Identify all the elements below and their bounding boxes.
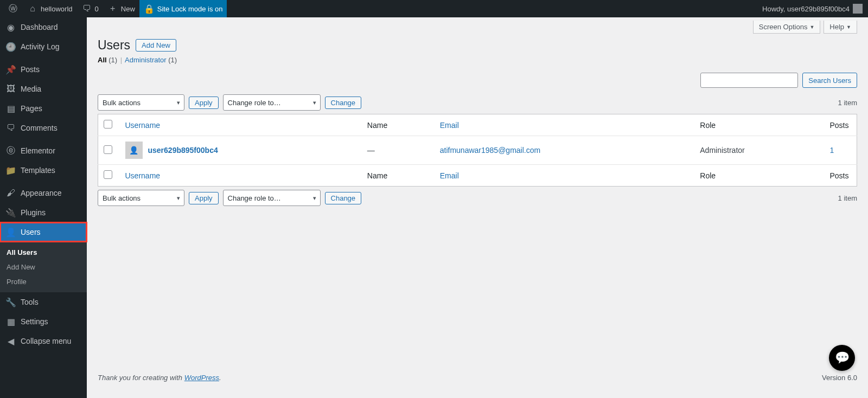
sidebar-label: Users [21, 228, 41, 236]
elementor-icon: ⓔ [5, 145, 16, 156]
change-button-top[interactable]: Change [325, 97, 362, 109]
wp-logo[interactable]: ⓦ [3, 0, 23, 17]
site-name[interactable]: ⌂helloworld [23, 0, 77, 17]
filter-administrator[interactable]: Administrator [125, 56, 167, 64]
site-lock-notice[interactable]: 🔒Site Lock mode is on [139, 0, 227, 17]
sidebar-label: Collapse menu [21, 337, 71, 345]
templates-icon: 📁 [5, 165, 16, 176]
chevron-down-icon: ▼ [809, 24, 814, 30]
media-icon: 🖼 [5, 84, 16, 94]
sidebar-label: Elementor [21, 146, 55, 155]
sidebar-item-appearance[interactable]: 🖌Appearance [0, 183, 87, 203]
item-count-bottom: 1 item [838, 194, 857, 202]
new-label: New [121, 5, 135, 13]
cell-name: — [362, 136, 435, 165]
sidebar-label: Pages [21, 104, 42, 113]
th-posts: Posts [825, 114, 857, 136]
help-tab[interactable]: Help▼ [824, 21, 857, 34]
comments-icon: 🗨 [5, 123, 16, 133]
admin-sidebar: ◉Dashboard 🕘Activity Log 📌Posts 🖼Media ▤… [0, 17, 87, 398]
footer-text: Thank you for creating with [98, 374, 184, 382]
sidebar-item-plugins[interactable]: 🔌Plugins [0, 203, 87, 222]
chat-bubble[interactable]: 💬 [829, 345, 855, 371]
submenu-all-users[interactable]: All Users [0, 245, 87, 260]
version-label: Version 6.0 [822, 374, 857, 382]
bulk-actions-select-top[interactable]: Bulk actions [98, 94, 184, 111]
add-new-button[interactable]: Add New [136, 39, 176, 52]
row-checkbox[interactable] [104, 145, 112, 154]
sidebar-item-comments[interactable]: 🗨Comments [0, 118, 87, 138]
users-table: Username Name Email Role Posts 👤 user629… [98, 114, 857, 187]
th-name[interactable]: Name [362, 114, 435, 136]
submenu-add-new[interactable]: Add New [0, 260, 87, 274]
tf-username[interactable]: Username [120, 165, 362, 187]
tf-email[interactable]: Email [435, 165, 695, 187]
sidebar-label: Posts [21, 65, 40, 74]
screen-options-tab[interactable]: Screen Options▼ [753, 21, 821, 34]
apply-button-top[interactable]: Apply [189, 97, 219, 109]
comment-icon: 🗨 [81, 3, 92, 14]
username-link[interactable]: user629b895f00bc4 [148, 146, 218, 155]
apply-button-bottom[interactable]: Apply [189, 192, 219, 204]
plus-icon: + [107, 3, 118, 14]
change-role-select-bottom[interactable]: Change role to… [223, 190, 321, 206]
sidebar-label: Plugins [21, 208, 46, 217]
comments-count[interactable]: 🗨0 [77, 0, 103, 17]
sidebar-item-users[interactable]: 👤Users [0, 222, 87, 242]
sidebar-label: Activity Log [21, 42, 60, 51]
cell-role: Administrator [694, 136, 824, 165]
help-label: Help [829, 23, 844, 31]
sidebar-item-templates[interactable]: 📁Templates [0, 161, 87, 180]
bulk-actions-select-bottom[interactable]: Bulk actions [98, 190, 184, 206]
clock-icon: 🕘 [5, 41, 16, 52]
users-icon: 👤 [5, 227, 16, 237]
new-content[interactable]: +New [103, 0, 139, 17]
email-link[interactable]: atifmunawar1985@gmail.com [440, 146, 540, 155]
sidebar-label: Appearance [21, 189, 62, 197]
tf-posts: Posts [825, 165, 857, 187]
wordpress-icon: ⓦ [8, 3, 18, 14]
screen-options-label: Screen Options [759, 23, 808, 31]
sidebar-collapse[interactable]: ◀Collapse menu [0, 331, 87, 351]
select-all-top[interactable] [104, 120, 112, 129]
select-all-bottom[interactable] [104, 170, 112, 179]
howdy[interactable]: Howdy, user629b895f00bc4 [762, 4, 868, 14]
home-icon: ⌂ [27, 3, 38, 14]
sidebar-item-activity-log[interactable]: 🕘Activity Log [0, 37, 87, 56]
settings-icon: ▦ [5, 316, 16, 327]
filter-admin-count: (1) [168, 56, 177, 64]
wordpress-link[interactable]: WordPress [184, 374, 219, 382]
sidebar-item-pages[interactable]: ▤Pages [0, 99, 87, 118]
sidebar-label: Comments [21, 124, 58, 132]
search-users-button[interactable]: Search Users [802, 73, 857, 88]
tf-name[interactable]: Name [362, 165, 435, 187]
th-username[interactable]: Username [120, 114, 362, 136]
th-email[interactable]: Email [435, 114, 695, 136]
sidebar-item-settings[interactable]: ▦Settings [0, 312, 87, 331]
posts-link[interactable]: 1 [830, 146, 834, 155]
sidebar-item-elementor[interactable]: ⓔElementor [0, 141, 87, 161]
main-content: Screen Options▼ Help▼ Users Add New All … [87, 17, 868, 398]
change-role-select-top[interactable]: Change role to… [223, 94, 321, 111]
lock-label: Site Lock mode is on [157, 5, 223, 13]
filter-all-count: (1) [108, 56, 117, 64]
sidebar-submenu-users: All Users Add New Profile [0, 242, 87, 292]
tf-role: Role [694, 165, 824, 187]
filter-all[interactable]: All [98, 56, 107, 64]
site-name-label: helloworld [41, 5, 73, 13]
search-users-input[interactable] [700, 73, 798, 88]
avatar [853, 4, 863, 14]
separator: | [119, 56, 123, 64]
avatar: 👤 [125, 142, 143, 159]
page-icon: ▤ [5, 103, 16, 114]
chevron-down-icon: ▼ [846, 24, 851, 30]
change-button-bottom[interactable]: Change [325, 192, 362, 204]
sidebar-item-dashboard[interactable]: ◉Dashboard [0, 17, 87, 37]
sidebar-item-media[interactable]: 🖼Media [0, 79, 87, 99]
submenu-profile[interactable]: Profile [0, 274, 87, 289]
sidebar-label: Tools [21, 298, 39, 306]
sidebar-item-posts[interactable]: 📌Posts [0, 60, 87, 79]
comments-count-value: 0 [95, 5, 99, 13]
sidebar-item-tools[interactable]: 🔧Tools [0, 292, 87, 312]
page-title: Users [98, 38, 130, 53]
